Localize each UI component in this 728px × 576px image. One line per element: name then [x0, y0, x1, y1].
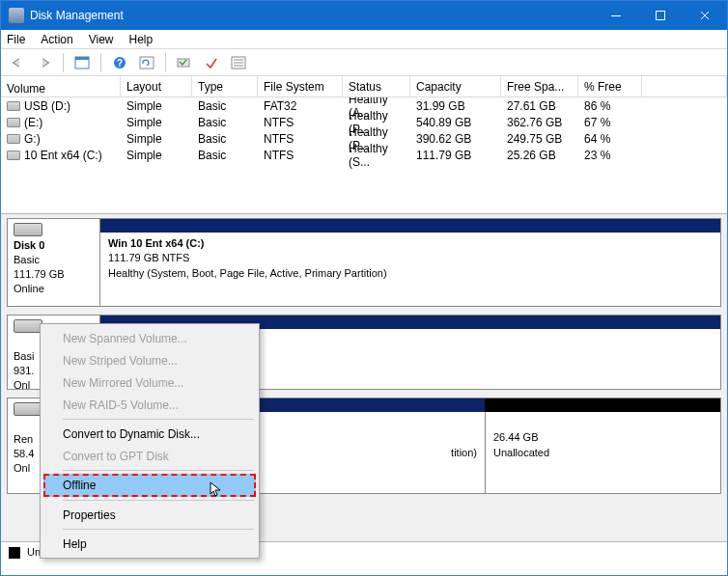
disk-type: Basi [14, 350, 34, 362]
col-layout[interactable]: Layout [121, 76, 192, 96]
volume-fs: FAT32 [264, 99, 349, 113]
toolbar-refresh-icon[interactable] [136, 52, 157, 73]
volume-list-header: Volume Layout Type File System Status Ca… [1, 76, 727, 97]
app-icon [9, 8, 24, 23]
unallocated-size: 26.44 GB [493, 431, 538, 443]
col-status[interactable]: Status [343, 76, 410, 96]
cursor-icon [210, 481, 223, 502]
volume-list[interactable]: USB (D:) Simple Basic FAT32 Healthy (A..… [1, 97, 727, 213]
volume-icon [7, 118, 20, 127]
volume-free: 27.61 GB [507, 99, 584, 113]
disk-size: 931. [14, 365, 34, 376]
col-capacity[interactable]: Capacity [410, 76, 501, 96]
close-button[interactable] [683, 1, 727, 30]
disk-state: Online [14, 283, 44, 294]
swatch-black-icon [9, 547, 20, 559]
toolbar-checked-icon[interactable] [201, 52, 222, 73]
context-menu: New Spanned Volume... New Striped Volume… [40, 323, 260, 559]
ctx-properties[interactable]: Properties [43, 504, 256, 526]
svg-text:?: ? [117, 58, 123, 69]
ctx-help[interactable]: Help [43, 533, 256, 555]
ctx-offline[interactable]: Offline [43, 474, 256, 497]
maximize-button[interactable] [638, 1, 683, 30]
disk-label: Disk 0 [14, 239, 44, 251]
disk-icon [14, 223, 42, 236]
volume-name: 10 Ent x64 (C:) [24, 149, 102, 162]
titlebar: Disk Management [1, 1, 727, 30]
ctx-separator [63, 419, 254, 420]
ctx-separator [63, 470, 254, 471]
toolbar-action-icon[interactable] [174, 52, 195, 73]
partition-status-suffix: tition) [451, 446, 477, 460]
ctx-new-striped: New Striped Volume... [43, 349, 256, 371]
volume-icon [7, 101, 20, 111]
col-free[interactable]: Free Spa... [501, 76, 578, 96]
ctx-new-spanned: New Spanned Volume... [43, 327, 256, 349]
menu-help[interactable]: Help [129, 33, 154, 46]
unallocated-label: Unallocated [493, 447, 549, 458]
toolbar-list-icon[interactable] [228, 52, 249, 73]
col-volume[interactable]: Volume [1, 76, 121, 96]
volume-cap: 31.99 GB [416, 99, 507, 113]
disk-icon [14, 402, 42, 416]
ctx-new-raid5: New RAID-5 Volume... [43, 394, 256, 416]
svg-rect-4 [140, 57, 154, 69]
menu-view[interactable]: View [89, 33, 114, 46]
partition-bar-primary [100, 219, 720, 233]
menubar: File Action View Help [1, 30, 727, 49]
col-extra[interactable] [642, 76, 727, 96]
volume-row[interactable]: 10 Ent x64 (C:) Simple Basic NTFS Health… [1, 147, 727, 163]
col-type[interactable]: Type [192, 76, 258, 96]
disk-type: Ren [14, 433, 33, 445]
forward-button[interactable] [34, 52, 55, 73]
ctx-convert-dynamic[interactable]: Convert to Dynamic Disk... [43, 423, 256, 445]
disk-graphical-view: Disk 0 Basic 111.79 GB Online Win 10 Ent… [1, 213, 727, 541]
col-filesystem[interactable]: File System [258, 76, 343, 96]
volume-icon [7, 134, 20, 144]
volume-layout: Simple [126, 99, 198, 113]
volume-icon [7, 151, 20, 160]
partition-title: Win 10 Ent x64 (C:) [108, 237, 205, 249]
toolbar-view-icon[interactable] [71, 52, 93, 73]
disk-size: 58.4 [14, 448, 34, 459]
svg-rect-1 [75, 57, 89, 60]
volume-name: G:) [24, 132, 41, 146]
toolbar: ? [1, 49, 727, 76]
partition-status: Healthy (System, Boot, Page File, Active… [108, 267, 387, 279]
window-controls [594, 1, 727, 30]
volume-type: Basic [198, 99, 264, 113]
volume-name: (E:) [24, 116, 42, 129]
ctx-new-mirrored: New Mirrored Volume... [43, 371, 256, 394]
partition-bar-unallocated [485, 398, 720, 412]
col-pctfree[interactable]: % Free [578, 76, 642, 96]
disk-type: Basic [14, 254, 40, 265]
disk-state: Onl [14, 462, 30, 474]
menu-file[interactable]: File [7, 33, 25, 46]
minimize-button[interactable] [594, 1, 638, 30]
disk-panel-0[interactable]: Disk 0 Basic 111.79 GB Online Win 10 Ent… [7, 218, 721, 307]
ctx-offline-label: Offline [63, 479, 96, 492]
disk-size: 111.79 GB [14, 268, 65, 280]
menu-action[interactable]: Action [41, 33, 72, 46]
volume-pct: 86 % [584, 99, 648, 113]
disk-state: Onl [14, 379, 30, 390]
window-title: Disk Management [30, 9, 594, 22]
ctx-separator [63, 500, 254, 501]
disk-icon [14, 319, 42, 333]
volume-name: USB (D:) [24, 99, 70, 113]
partition-sub: 111.79 GB NTFS [108, 252, 189, 263]
back-button[interactable] [7, 52, 28, 73]
disk-info: Disk 0 Basic 111.79 GB Online [8, 219, 100, 306]
ctx-separator [63, 529, 254, 530]
partition-info-unallocated[interactable]: 26.44 GB Unallocated [485, 412, 720, 493]
ctx-convert-gpt: Convert to GPT Disk [43, 445, 256, 467]
toolbar-help-icon[interactable]: ? [109, 52, 130, 73]
partition-info[interactable]: Win 10 Ent x64 (C:) 111.79 GB NTFS Healt… [100, 233, 720, 306]
